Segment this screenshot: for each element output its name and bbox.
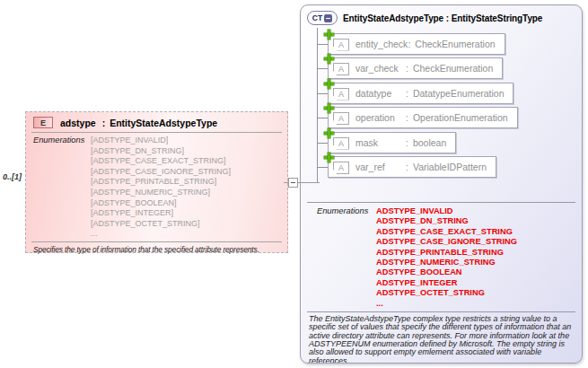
complextype-base-type: EntityStateStringType — [452, 13, 543, 23]
attribute-colon: : — [406, 162, 408, 172]
element-name: adstype — [60, 118, 96, 128]
complextype-enumerations-section: Enumerations ADSTYPE_INVALID ADSTYPE_DN_… — [307, 202, 575, 311]
attribute-name: mask — [355, 137, 406, 148]
complextype-icon-label: CT — [312, 13, 322, 22]
add-plus-icon — [324, 153, 334, 162]
enumeration-item: [ADSTYPE_INTEGER] — [91, 208, 231, 219]
attribute-box-operation[interactable]: A operation:OperationEnumeration — [328, 107, 518, 128]
schema-diagram-canvas: E adstype:EntityStateAdstypeType Enumera… — [0, 0, 588, 368]
enumeration-item: [ADSTYPE_CASE_EXACT_STRING] — [91, 156, 231, 167]
element-enumeration-list: [ADSTYPE_INVALID] [ADSTYPE_DN_STRING] [A… — [91, 136, 231, 240]
enumerations-label: Enumerations — [33, 136, 91, 240]
attribute-icon: A — [333, 63, 349, 75]
attribute-colon: : — [406, 63, 408, 74]
attribute-name: operation — [355, 112, 406, 123]
attribute-icon: A — [333, 88, 349, 101]
enumeration-item: [ADSTYPE_BOOLEAN] — [91, 198, 231, 209]
add-plus-icon — [324, 54, 334, 64]
enumeration-item: ADSTYPE_NUMERIC_STRING — [376, 258, 517, 267]
attribute-type: DatatypeEnumeration — [413, 88, 505, 99]
attribute-name: var_check — [355, 63, 406, 74]
attribute-box-mask[interactable]: A mask:boolean — [328, 132, 456, 153]
enumeration-item: ADSTYPE_CASE_IGNORE_STRING — [376, 237, 517, 247]
complextype-name: EntityStateAdstypeType — [343, 13, 443, 23]
add-plus-icon — [324, 79, 334, 89]
enumeration-item: [ADSTYPE_PRINTABLE_STRING] — [91, 177, 231, 188]
attribute-row-datatype: A datatype:DatatypeEnumeration — [328, 83, 582, 104]
element-icon-label: E — [40, 118, 46, 127]
element-type: EntityStateAdstypeType — [110, 118, 217, 128]
complextype-icon: CT — [307, 11, 338, 25]
attribute-name: datatype — [355, 88, 406, 99]
attribute-box-datatype[interactable]: A datatype:DatatypeEnumeration — [328, 83, 513, 104]
attribute-icon: A — [333, 112, 349, 125]
complextype-box: CT EntityStateAdstypeType : EntityStateS… — [300, 4, 583, 364]
collapse-handle[interactable] — [288, 178, 298, 188]
cardinality-label: 0..[1] — [3, 172, 22, 181]
attribute-type: CheckEnumeration — [413, 63, 493, 74]
attribute-row-var-check: A var_check:CheckEnumeration — [328, 57, 582, 79]
attribute-type: OperationEnumeration — [413, 112, 508, 123]
enumeration-item: ADSTYPE_DN_STRING — [376, 216, 517, 226]
complextype-header: CT EntityStateAdstypeType : EntityStateS… — [301, 5, 582, 28]
element-title: adstype:EntityStateAdstypeType — [60, 118, 217, 128]
attribute-colon: : — [406, 112, 408, 123]
add-plus-icon — [324, 103, 334, 113]
attribute-box-var-ref[interactable]: A var_ref:VariableIDPattern — [328, 156, 496, 178]
enumeration-item: ADSTYPE_INVALID — [376, 206, 517, 216]
complextype-title: EntityStateAdstypeType : EntityStateStri… — [343, 13, 542, 23]
enumeration-item: [ADSTYPE_INVALID] — [91, 136, 231, 146]
attribute-icon: A — [333, 162, 349, 174]
element-colon: : — [102, 118, 106, 128]
element-annotation: Specifies the type of information that t… — [31, 241, 282, 254]
attribute-box-entity-check[interactable]: A entity_check:CheckEnumeration — [328, 33, 505, 55]
enumeration-item: ADSTYPE_INTEGER — [376, 278, 517, 288]
complextype-enumeration-list: ADSTYPE_INVALID ADSTYPE_DN_STRING ADSTYP… — [376, 206, 517, 309]
attribute-colon: : — [406, 137, 408, 148]
enumeration-item: [ADSTYPE_NUMERIC_STRING] — [91, 188, 231, 198]
enumeration-item: ADSTYPE_OCTET_STRING — [376, 288, 517, 298]
attribute-type: boolean — [413, 137, 446, 148]
element-enumerations-section: Enumerations [ADSTYPE_INVALID] [ADSTYPE_… — [26, 133, 287, 241]
attribute-name: var_ref — [355, 162, 406, 172]
attribute-row-operation: A operation:OperationEnumeration — [328, 107, 582, 128]
enumerations-label: Enumerations — [317, 206, 376, 309]
attribute-colon: : — [408, 39, 410, 49]
element-header: E adstype:EntityStateAdstypeType — [26, 112, 287, 131]
attribute-row-entity-check: A entity_check:CheckEnumeration — [328, 33, 582, 55]
attribute-box-var-check[interactable]: A var_check:CheckEnumeration — [328, 57, 503, 79]
enumeration-item: ADSTYPE_BOOLEAN — [376, 267, 517, 277]
add-plus-icon — [324, 30, 334, 39]
enumeration-item: ADSTYPE_PRINTABLE_STRING — [376, 248, 517, 258]
enumeration-item: [ADSTYPE_OCTET_STRING] — [91, 219, 231, 230]
collapse-icon[interactable] — [324, 14, 332, 22]
enumeration-item: [ADSTYPE_CASE_IGNORE_STRING] — [91, 167, 231, 178]
attribute-row-var-ref: A var_ref:VariableIDPattern — [328, 156, 582, 178]
attribute-tree: A entity_check:CheckEnumeration A var_ch… — [301, 28, 582, 198]
element-box: E adstype:EntityStateAdstypeType Enumera… — [25, 111, 288, 253]
complextype-annotation: The EntityStateAdstypeType complex type … — [307, 311, 575, 364]
attribute-icon: A — [333, 137, 349, 150]
attribute-name: entity_check — [355, 39, 408, 49]
attribute-colon: : — [406, 88, 408, 99]
add-plus-icon — [324, 128, 334, 138]
enumeration-item: ... — [376, 299, 517, 309]
enumeration-item: ... — [91, 229, 231, 240]
attribute-type: VariableIDPattern — [413, 162, 487, 172]
element-icon: E — [33, 117, 53, 128]
attribute-type: CheckEnumeration — [415, 39, 495, 49]
attribute-icon: A — [333, 39, 349, 51]
enumeration-item: [ADSTYPE_DN_STRING] — [91, 146, 231, 157]
attribute-row-mask: A mask:boolean — [328, 132, 582, 153]
complextype-colon: : — [446, 13, 449, 23]
tree-spine — [317, 28, 318, 182]
enumeration-item: ADSTYPE_CASE_EXACT_STRING — [376, 227, 517, 237]
